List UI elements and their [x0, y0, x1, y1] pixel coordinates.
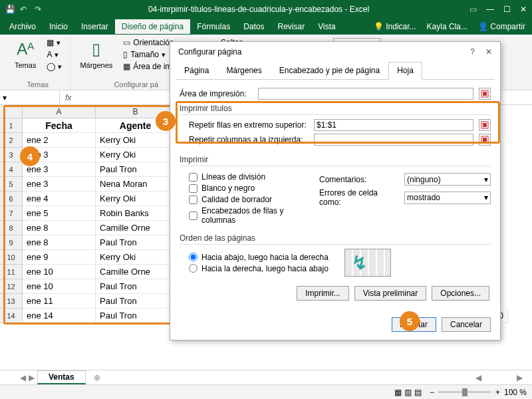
tab-inicio[interactable]: Inicio [43, 19, 74, 34]
cell[interactable]: Kerry Oki [96, 250, 176, 265]
cell[interactable]: ene 11 [23, 294, 96, 309]
row-header[interactable]: 14 [0, 309, 23, 323]
page-break-view-icon[interactable]: ▤ [414, 388, 422, 397]
cell[interactable]: ene 10 [23, 265, 96, 279]
row-header[interactable]: 12 [0, 279, 23, 294]
page-layout-view-icon[interactable]: ▥ [404, 388, 412, 397]
comments-select[interactable]: (ninguno)▾ [404, 173, 491, 186]
sheet-tab-ventas[interactable]: Ventas [37, 370, 86, 384]
print-area-input[interactable] [258, 88, 473, 100]
fonts-button[interactable]: A▾ [45, 49, 63, 60]
collapse-dialog-button[interactable] [479, 119, 491, 131]
gridlines-checkbox[interactable] [189, 173, 198, 182]
effects-button[interactable]: ◯▾ [45, 61, 63, 72]
cell[interactable]: Fecha [23, 118, 96, 133]
cell[interactable]: Kerry Oki [96, 133, 176, 148]
select-all-corner[interactable] [0, 105, 23, 118]
cell[interactable]: ene 8 [23, 221, 96, 235]
tab-archivo[interactable]: Archivo [3, 19, 43, 34]
repeat-cols-input[interactable] [314, 134, 473, 146]
redo-icon[interactable]: ↷ [35, 5, 44, 14]
collapse-dialog-button[interactable] [479, 88, 491, 100]
cell[interactable]: ene 9 [23, 250, 96, 265]
themes-button[interactable]: Aᴬ Temas [12, 37, 39, 70]
col-header-a[interactable]: A [23, 105, 96, 118]
row-header[interactable]: 2 [0, 133, 23, 148]
new-sheet-button[interactable]: ⊕ [88, 372, 106, 384]
dialog-tab-hoja[interactable]: Hoja [388, 62, 422, 80]
tab-revisar[interactable]: Revisar [271, 19, 312, 34]
errors-select[interactable]: mostrado▾ [404, 192, 491, 204]
cell[interactable]: ene 14 [23, 309, 96, 323]
normal-view-icon[interactable]: ▦ [394, 388, 402, 397]
row-header[interactable]: 3 [0, 148, 23, 162]
draft-checkbox[interactable] [189, 196, 198, 204]
rowcol-headers-checkbox[interactable] [189, 211, 198, 220]
cell[interactable]: Robin Banks [96, 206, 176, 221]
row-header[interactable]: 11 [0, 265, 23, 279]
dialog-help-button[interactable]: ? [470, 47, 475, 57]
tell-me[interactable]: 💡 Indicar... [370, 19, 420, 34]
tab-diseno-pagina[interactable]: Diseño de página [115, 19, 190, 34]
dialog-close-button[interactable]: ✕ [485, 47, 492, 57]
cell[interactable]: Camille Orne [96, 265, 176, 279]
fx-icon[interactable]: fx [60, 93, 76, 102]
sheet-scroll[interactable]: ◀ ▶ [475, 373, 523, 382]
name-box[interactable]: ▾ [0, 90, 60, 104]
zoom-out-button[interactable]: − [430, 388, 434, 397]
row-header[interactable]: 5 [0, 177, 23, 192]
tab-datos[interactable]: Datos [237, 19, 271, 34]
cell[interactable]: ene 2 [23, 133, 96, 148]
cell[interactable]: ene 3 [23, 177, 96, 192]
cell[interactable]: ene 5 [23, 206, 96, 221]
bw-checkbox[interactable] [189, 184, 198, 193]
sheet-nav-next[interactable]: ▶ [29, 373, 35, 382]
user-account[interactable]: Kayla Cla... [423, 19, 471, 34]
share-button[interactable]: 👤 Compartir [474, 19, 529, 34]
cell[interactable]: Paul Tron [96, 235, 176, 250]
colors-button[interactable]: ▦▾ [45, 37, 63, 48]
cell[interactable]: Paul Tron [96, 294, 176, 309]
undo-icon[interactable]: ↶ [20, 5, 29, 14]
down-over-radio[interactable] [189, 253, 198, 261]
cell[interactable]: ene 8 [23, 235, 96, 250]
close-button[interactable]: ✕ [520, 5, 527, 14]
cell[interactable]: Paul Tron [96, 309, 176, 323]
preview-button[interactable]: Vista preliminar [354, 286, 426, 301]
print-button[interactable]: Imprimir... [297, 286, 349, 301]
options-button[interactable]: Opciones... [432, 286, 489, 301]
margins-button[interactable]: ▯ Márgenes [77, 37, 115, 70]
dialog-tab-encabezado[interactable]: Encabezado y pie de página [271, 62, 388, 79]
cell[interactable]: ene 10 [23, 279, 96, 294]
row-header[interactable]: 8 [0, 221, 23, 235]
collapse-dialog-button[interactable] [479, 134, 491, 146]
maximize-button[interactable]: ☐ [503, 5, 511, 14]
cell[interactable]: Camille Orne [96, 221, 176, 235]
ribbon-options-icon[interactable]: ▭ [469, 5, 477, 14]
cell[interactable]: Paul Tron [96, 162, 176, 177]
row-header[interactable]: 7 [0, 206, 23, 221]
cell[interactable]: Paul Tron [96, 279, 176, 294]
tab-insertar[interactable]: Insertar [74, 19, 115, 34]
cell[interactable]: ene 4 [23, 192, 96, 206]
dialog-tab-pagina[interactable]: Página [176, 62, 217, 79]
zoom-slider[interactable] [438, 391, 491, 393]
zoom-in-button[interactable]: + [495, 388, 500, 397]
cell[interactable]: Kerry Oki [96, 148, 176, 162]
row-header[interactable]: 1 [0, 118, 23, 133]
zoom-level[interactable]: 100 % [504, 388, 527, 397]
row-header[interactable]: 9 [0, 235, 23, 250]
tab-formulas[interactable]: Fórmulas [190, 19, 237, 34]
row-header[interactable]: 6 [0, 192, 23, 206]
row-header[interactable]: 10 [0, 250, 23, 265]
sheet-nav-prev[interactable]: ◀ [20, 373, 26, 382]
over-down-radio[interactable] [189, 264, 198, 273]
cancel-button[interactable]: Cancelar [442, 317, 491, 332]
save-icon[interactable]: 💾 [5, 5, 15, 14]
tab-vista[interactable]: Vista [311, 19, 342, 34]
cell[interactable]: Nena Moran [96, 177, 176, 192]
row-header[interactable]: 13 [0, 294, 23, 309]
dialog-tab-margenes[interactable]: Márgenes [217, 62, 270, 79]
cell[interactable]: Kerry Oki [96, 192, 176, 206]
row-header[interactable]: 4 [0, 162, 23, 177]
